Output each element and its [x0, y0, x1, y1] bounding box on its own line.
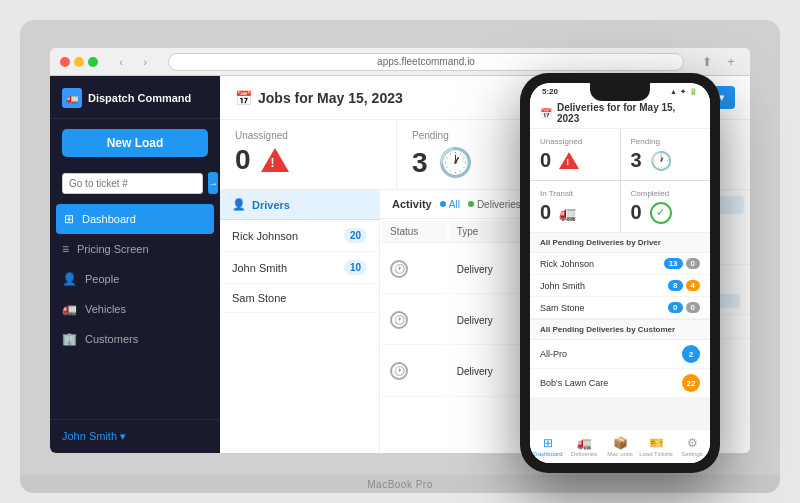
row-status: 🕐 [382, 245, 447, 294]
pending-by-driver-header: All Pending Deliveries by Driver [530, 232, 710, 253]
sidebar-item-label: People [85, 273, 119, 285]
page-title: Jobs for May 15, 2023 [258, 90, 403, 106]
driver-count: 10 [344, 260, 367, 275]
phone-nav-deliveries[interactable]: 🚛 Deliveries [566, 433, 602, 460]
phone-stats-grid: Unassigned 0 Pending 3 🕐 [530, 129, 710, 232]
pricing-icon: ≡ [62, 242, 69, 256]
tab-label: Deliveries [477, 199, 521, 210]
row-type: Delivery [449, 347, 525, 396]
phone-bottom-nav: ⊞ Dashboard 🚛 Deliveries 📦 Mac units 🎫 L… [530, 429, 710, 463]
phone-truck-icon: 🚛 [559, 205, 576, 221]
pending-number: 3 [412, 149, 428, 177]
driver-item-sam[interactable]: Sam Stone [220, 284, 379, 313]
sidebar-item-pricing[interactable]: ≡ Pricing Screen [50, 234, 220, 264]
sidebar-item-label: Customers [85, 333, 138, 345]
sidebar-user[interactable]: John Smith ▾ [62, 430, 208, 443]
phone-driver-name: Rick Johnson [540, 259, 594, 269]
signal-icon: ▲ [670, 88, 677, 95]
browser-chrome: ‹ › apps.fleetcommand.io ⬆ + [50, 48, 750, 76]
ticket-row: → [50, 167, 220, 199]
col-type: Type [449, 221, 525, 243]
activity-tab-deliveries[interactable]: Deliveries [468, 199, 521, 210]
url-bar[interactable]: apps.fleetcommand.io [168, 53, 684, 71]
laptop-brand: MacBook Pro [367, 479, 433, 490]
pending-by-customer-header: All Pending Deliveries by Customer [530, 319, 710, 340]
phone-header-title: Deliveries for for May 15, 2023 [557, 102, 700, 124]
wifi-icon: ✦ [680, 88, 686, 96]
dashboard-icon: ⊞ [64, 212, 74, 226]
phone-nav-settings[interactable]: ⚙ Settings [674, 433, 710, 460]
phone-time: 5:20 [542, 87, 558, 96]
driver-item-rick[interactable]: Rick Johnson 20 [220, 220, 379, 252]
tl-green[interactable] [88, 57, 98, 67]
phone-stat-content: 0 ✓ [631, 201, 701, 224]
phone-notch [590, 83, 650, 101]
back-btn[interactable]: ‹ [112, 53, 130, 71]
phone-stat-label-intransit: In Transit [540, 189, 610, 198]
sidebar-item-people[interactable]: 👤 People [50, 264, 220, 294]
phone-count-orange: 22 [682, 374, 700, 392]
tab-dot-green [468, 201, 474, 207]
phone-nav-macunits[interactable]: 📦 Mac units [602, 433, 638, 460]
activity-tab-all[interactable]: All [440, 199, 460, 210]
phone-stat-content: 3 🕐 [631, 149, 701, 172]
phone-header: 📅 Deliveries for for May 15, 2023 [530, 98, 710, 129]
phone-stat-unassigned: Unassigned 0 [530, 129, 620, 180]
main-title: 📅 Jobs for May 15, 2023 [235, 90, 403, 106]
phone-driver-name: John Smith [540, 281, 585, 291]
phone-nav-deliveries-label: Deliveries [571, 451, 597, 457]
phone-driver-row-rick[interactable]: Rick Johnson 13 0 [530, 253, 710, 275]
logo-icon: 🚛 [62, 88, 82, 108]
phone-nav-loadtickets[interactable]: 🎫 Load Tickets [638, 433, 674, 460]
phone-stat-label-completed: Completed [631, 189, 701, 198]
tab-dot-blue [440, 201, 446, 207]
phone-badge-blue: 13 [664, 258, 683, 269]
unassigned-number: 0 [235, 146, 251, 174]
phone-pending-num: 3 [631, 149, 642, 172]
browser-action-share[interactable]: ⬆ [698, 53, 716, 71]
ticket-input[interactable] [62, 173, 203, 194]
phone-customer-row-allpro[interactable]: All-Pro 2 [530, 340, 710, 369]
sidebar-item-label: Vehicles [85, 303, 126, 315]
sidebar-item-customers[interactable]: 🏢 Customers [50, 324, 220, 354]
phone-badge-orange: 4 [686, 280, 700, 291]
driver-name: John Smith [232, 262, 287, 274]
url-text: apps.fleetcommand.io [377, 56, 475, 67]
phone-intransit-num: 0 [540, 201, 551, 224]
phone-content: Unassigned 0 Pending 3 🕐 [530, 129, 710, 429]
phone-container: 5:20 ▲ ✦ 🔋 📅 Deliveries for for May 15, … [520, 73, 720, 473]
phone-warning-icon [559, 152, 579, 169]
browser-action-add-tab[interactable]: + [722, 53, 740, 71]
phone-stat-label-unassigned: Unassigned [540, 137, 610, 146]
phone-nav-settings-icon: ⚙ [687, 436, 698, 450]
driver-item-john[interactable]: John Smith 10 [220, 252, 379, 284]
forward-btn[interactable]: › [136, 53, 154, 71]
col-status: Status [382, 221, 447, 243]
tl-red[interactable] [60, 57, 70, 67]
phone-screen: 5:20 ▲ ✦ 🔋 📅 Deliveries for for May 15, … [530, 83, 710, 463]
phone-count-blue: 2 [682, 345, 700, 363]
phone-customer-row-bobs[interactable]: Bob's Lawn Care 22 [530, 369, 710, 398]
people-icon: 👤 [62, 272, 77, 286]
ticket-go-button[interactable]: → [208, 172, 218, 194]
tl-yellow[interactable] [74, 57, 84, 67]
laptop-base: MacBook Pro [20, 475, 780, 493]
phone-clock-icon: 🕐 [650, 150, 672, 172]
row-status: 🕐 [382, 347, 447, 396]
customers-icon: 🏢 [62, 332, 77, 346]
phone-nav-dashboard[interactable]: ⊞ Dashboard [530, 433, 566, 460]
sidebar-item-vehicles[interactable]: 🚛 Vehicles [50, 294, 220, 324]
sidebar-item-dashboard[interactable]: ⊞ Dashboard [56, 204, 214, 234]
phone-stat-pending: Pending 3 🕐 [621, 129, 711, 180]
row-type: Delivery [449, 245, 525, 294]
drivers-panel-header: 👤 Drivers [220, 190, 379, 220]
new-load-button[interactable]: New Load [62, 129, 208, 157]
phone-driver-row-sam[interactable]: Sam Stone 0 0 [530, 297, 710, 319]
phone-driver-name: Sam Stone [540, 303, 585, 313]
phone-nav-deliveries-icon: 🚛 [577, 436, 592, 450]
phone-driver-row-john[interactable]: John Smith 8 4 [530, 275, 710, 297]
sidebar-footer: John Smith ▾ [50, 419, 220, 453]
phone-header-calendar-icon: 📅 [540, 108, 552, 119]
phone-stat-intransit: In Transit 0 🚛 [530, 181, 620, 232]
phone-customer-name: Bob's Lawn Care [540, 378, 608, 388]
